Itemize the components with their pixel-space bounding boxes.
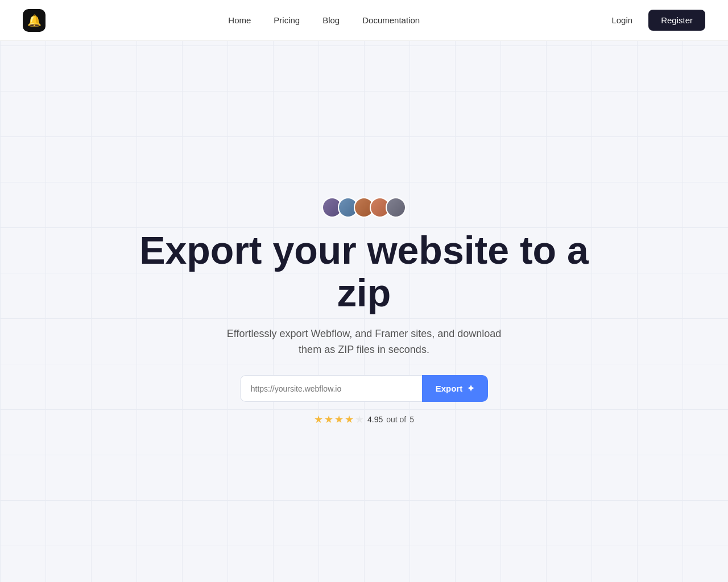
navbar: 🔔 Home Pricing Blog Documentation Login … bbox=[0, 0, 728, 41]
nav-link-pricing[interactable]: Pricing bbox=[274, 15, 300, 25]
star-5: ★ bbox=[355, 413, 364, 426]
star-2: ★ bbox=[324, 413, 333, 426]
star-3: ★ bbox=[334, 413, 344, 426]
logo[interactable]: 🔔 bbox=[23, 9, 46, 32]
hero-headline: Export your website to a zip bbox=[136, 229, 592, 314]
url-input[interactable] bbox=[240, 375, 422, 402]
nav-actions: Login Register bbox=[602, 10, 705, 31]
login-button[interactable]: Login bbox=[602, 11, 642, 30]
nav-link-blog[interactable]: Blog bbox=[322, 15, 340, 25]
avatar-5 bbox=[386, 197, 406, 218]
hero-subtitle: Effortlessly export Webflow, and Framer … bbox=[216, 326, 512, 359]
nav-links: Home Pricing Blog Documentation bbox=[228, 15, 420, 25]
nav-link-home[interactable]: Home bbox=[228, 15, 251, 25]
avatar-row bbox=[322, 197, 406, 218]
logo-icon: 🔔 bbox=[23, 9, 46, 32]
star-1: ★ bbox=[314, 413, 323, 426]
hero-content: Export your website to a zip Effortlessl… bbox=[125, 174, 603, 448]
rating-out-of: out of bbox=[386, 415, 406, 424]
stars: ★ ★ ★ ★ ★ bbox=[314, 413, 364, 426]
rating-max: 5 bbox=[410, 415, 414, 424]
nav-link-documentation[interactable]: Documentation bbox=[362, 15, 420, 25]
export-button[interactable]: Export ✦ bbox=[422, 375, 489, 402]
rating-value: 4.95 bbox=[367, 415, 383, 424]
export-form: Export ✦ bbox=[240, 375, 489, 402]
register-button[interactable]: Register bbox=[648, 10, 705, 31]
star-4: ★ bbox=[345, 413, 354, 426]
rating-row: ★ ★ ★ ★ ★ 4.95 out of 5 bbox=[314, 413, 414, 426]
export-icon: ✦ bbox=[467, 383, 474, 394]
hero-section: Export your website to a zip Effortlessl… bbox=[0, 0, 728, 582]
